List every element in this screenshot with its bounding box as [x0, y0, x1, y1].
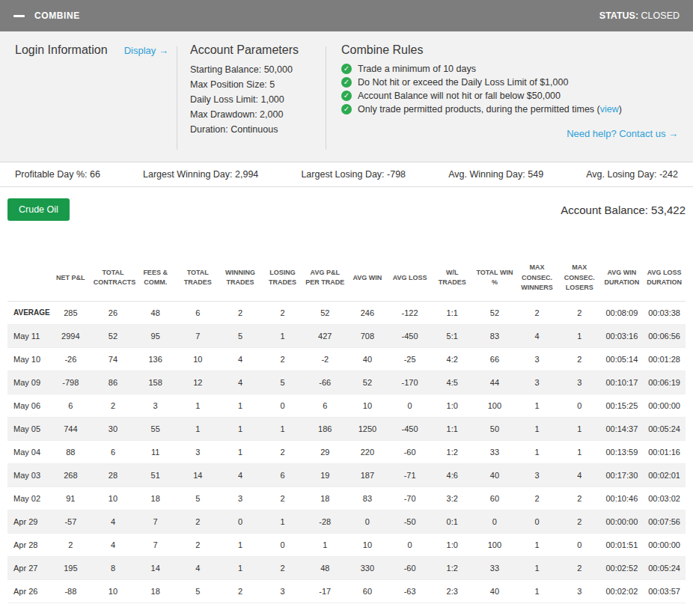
check-icon: ✓	[341, 104, 352, 115]
row-label: May 04	[7, 440, 49, 463]
table-cell: 3	[516, 347, 558, 370]
table-cell: -170	[388, 370, 431, 394]
table-cell: 2	[261, 556, 304, 579]
page-title: COMBINE	[34, 10, 80, 21]
stat-avg-losing-day: Avg. Losing Day: -242	[586, 169, 678, 180]
table-row: May 0574430551111861250-4501:1501100:14:…	[7, 417, 686, 440]
table-cell: 26	[92, 301, 135, 324]
column-header: AVG WIN	[346, 255, 389, 301]
table-cell: 83	[474, 324, 516, 347]
table-cell: 0	[388, 533, 431, 556]
table-cell: 60	[346, 579, 389, 603]
table-cell: 1	[261, 324, 304, 347]
table-cell: 00:03:38	[643, 301, 686, 324]
rule-text: Account Balance will not hit or fall bel…	[358, 91, 561, 101]
table-cell: 0	[474, 510, 516, 533]
account-row: Crude Oil Account Balance: 53,422	[0, 187, 693, 221]
table-cell: 4:5	[431, 370, 474, 394]
column-header: TOTAL WIN %	[474, 255, 516, 301]
status-label: STATUS:	[599, 10, 638, 21]
table-cell: 1	[177, 394, 219, 417]
view-link[interactable]: view	[600, 104, 619, 115]
table-cell: 1	[558, 417, 601, 440]
row-label: May 06	[7, 394, 49, 417]
table-cell: -26	[49, 347, 92, 370]
table-cell: 100	[474, 394, 516, 417]
table-cell: -25	[388, 347, 431, 370]
table-cell: 10	[92, 487, 135, 510]
table-cell: 6	[177, 301, 219, 324]
table-cell: 0:1	[431, 510, 474, 533]
table-cell: 83	[346, 487, 389, 510]
table-cell: 2	[516, 301, 558, 324]
rules-list: ✓Trade a minimum of 10 days✓Do Not hit o…	[341, 64, 678, 118]
table-cell: 3	[261, 579, 304, 603]
table-cell: 2	[261, 440, 304, 463]
table-cell: 00:05:14	[601, 347, 644, 370]
table-cell: 1	[516, 556, 558, 579]
table-cell: 91	[49, 487, 92, 510]
stat-avg-winning-day: Avg. Winning Day: 549	[448, 169, 543, 180]
table-row: Apr 29-5747201-280-500:100200:00:0000:07…	[7, 510, 686, 533]
table-cell: 52	[92, 324, 135, 347]
table-cell: -71	[388, 463, 431, 487]
table-cell: 00:17:30	[601, 463, 644, 487]
table-cell: 11	[134, 440, 177, 463]
table-cell: 285	[49, 301, 92, 324]
table-cell: 1	[304, 533, 346, 556]
table-cell: 00:01:16	[643, 440, 686, 463]
table-cell: 2	[219, 579, 262, 603]
table-cell: 4	[516, 324, 558, 347]
table-cell: 44	[474, 370, 516, 394]
column-header: AVG P&L PER TRADE	[304, 255, 346, 301]
table-row: May 10-26741361042-240-254:2663200:05:14…	[7, 347, 686, 370]
table-cell: 6	[49, 394, 92, 417]
table-cell: 40	[474, 463, 516, 487]
table-cell: 30	[92, 417, 135, 440]
summary-stats-bar: Profitable Day %: 66 Largest Winning Day…	[0, 162, 693, 187]
display-link[interactable]: Display →	[124, 45, 168, 56]
table-cell: 1	[516, 440, 558, 463]
table-cell: 14	[177, 463, 219, 487]
table-cell: 00:02:52	[601, 556, 644, 579]
table-cell: 1	[516, 579, 558, 603]
table-cell: 195	[49, 556, 92, 579]
table-cell: 2	[261, 347, 304, 370]
table-cell: 0	[388, 394, 431, 417]
table-cell: 52	[304, 301, 346, 324]
column-header: WINNING TRADES	[219, 255, 262, 301]
table-cell: 3	[516, 463, 558, 487]
table-cell: -450	[388, 417, 431, 440]
combine-rules-title: Combine Rules	[341, 43, 678, 57]
table-cell: 74	[92, 347, 135, 370]
table-cell: 00:02:02	[601, 579, 644, 603]
stat-largest-losing-day: Largest Losing Day: -798	[301, 169, 406, 180]
column-header: MAX CONSEC. LOSERS	[558, 255, 601, 301]
table-cell: 708	[346, 324, 389, 347]
table-cell: -57	[49, 510, 92, 533]
table-cell: 3	[516, 370, 558, 394]
table-cell: 14	[134, 556, 177, 579]
stat-profitable-day-pct: Profitable Day %: 66	[15, 169, 100, 180]
table-cell: 00:03:57	[643, 579, 686, 603]
table-cell: -28	[304, 510, 346, 533]
column-header: NET P&L	[49, 255, 92, 301]
table-cell: 5	[177, 487, 219, 510]
table-row: May 0662311061001:01001000:15:2500:00:00	[7, 394, 686, 417]
rule-item: ✓Account Balance will not hit or fall be…	[341, 91, 678, 101]
table-cell: 5:1	[431, 324, 474, 347]
account-balance: Account Balance: 53,422	[561, 204, 686, 216]
table-cell: 4	[92, 510, 135, 533]
table-cell: 1	[219, 417, 262, 440]
table-cell: 40	[346, 347, 389, 370]
row-label: May 02	[7, 487, 49, 510]
table-row: Apr 26-881018523-1760-632:3401300:02:020…	[7, 579, 686, 603]
table-cell: -2	[304, 347, 346, 370]
collapse-icon[interactable]	[13, 15, 25, 17]
table-row: May 048861131229220-601:2331100:13:5900:…	[7, 440, 686, 463]
contact-us-link[interactable]: Need help? Contact us →	[567, 128, 678, 139]
product-button-crude-oil[interactable]: Crude Oil	[7, 198, 70, 221]
table-cell: 6	[304, 394, 346, 417]
table-cell: 2	[177, 510, 219, 533]
table-cell: 5	[261, 370, 304, 394]
